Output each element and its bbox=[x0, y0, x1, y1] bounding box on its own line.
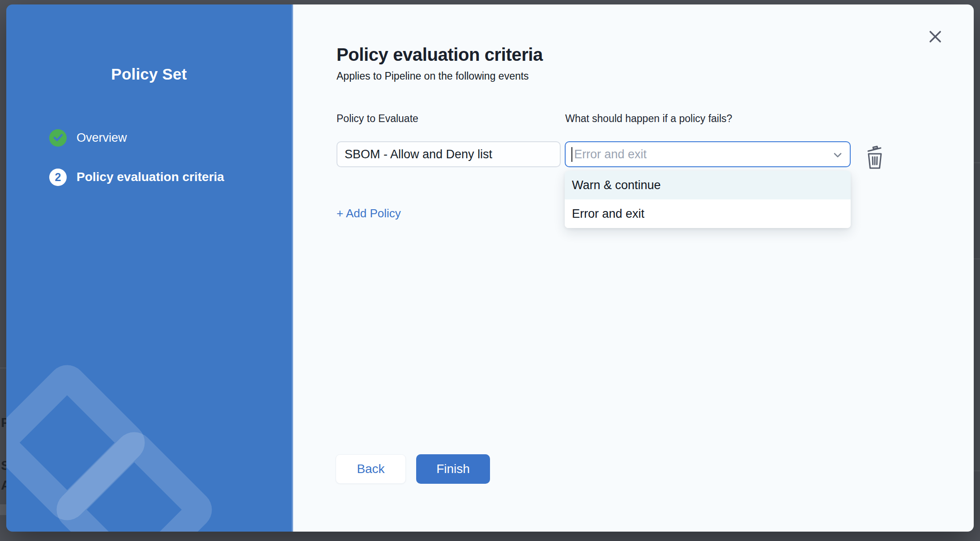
page-title: Policy evaluation criteria bbox=[337, 45, 543, 65]
back-button[interactable]: Back bbox=[336, 454, 406, 484]
wizard-title: Policy Set bbox=[6, 65, 292, 83]
close-icon[interactable] bbox=[929, 30, 942, 43]
page-subtitle: Applies to Pipeline on the following eve… bbox=[337, 70, 529, 82]
policy-fail-action-label: What should happen if a policy fails? bbox=[565, 113, 732, 125]
policy-fail-action-dropdown-menu: Warn & continue Error and exit bbox=[565, 171, 851, 228]
wizard-content-panel: Policy evaluation criteria Applies to Pi… bbox=[293, 4, 974, 532]
background-text-fragment: P bbox=[1, 415, 6, 430]
dropdown-option-error-exit[interactable]: Error and exit bbox=[565, 199, 851, 228]
add-policy-link[interactable]: + Add Policy bbox=[337, 207, 401, 220]
policy-to-evaluate-input[interactable]: SBOM - Allow and Deny list bbox=[337, 141, 561, 167]
policy-set-wizard-dialog: Policy Set Overview 2 Policy evaluation … bbox=[6, 4, 974, 532]
wizard-steps: Overview 2 Policy evaluation criteria bbox=[49, 129, 224, 207]
background-text-fragment: A bbox=[1, 478, 6, 493]
step-overview[interactable]: Overview bbox=[49, 129, 224, 147]
policy-to-evaluate-label: Policy to Evaluate bbox=[337, 113, 418, 125]
chevron-down-icon[interactable] bbox=[832, 150, 843, 162]
finish-button[interactable]: Finish bbox=[416, 454, 490, 484]
step-number-badge: 2 bbox=[49, 169, 67, 186]
background-band bbox=[0, 504, 6, 515]
text-cursor bbox=[571, 147, 572, 162]
policy-fail-action-select[interactable]: Error and exit bbox=[565, 141, 851, 167]
dropdown-option-warn-continue[interactable]: Warn & continue bbox=[565, 171, 851, 199]
step-label: Policy evaluation criteria bbox=[77, 170, 224, 184]
background-panel-edge bbox=[974, 258, 980, 259]
policy-to-evaluate-value: SBOM - Allow and Deny list bbox=[345, 148, 492, 161]
step-label: Overview bbox=[77, 131, 127, 145]
background-panel-edge bbox=[974, 470, 980, 471]
background-text-fragment: S bbox=[1, 458, 6, 473]
screen: { "overlay": { "background_fragments": {… bbox=[0, 0, 980, 541]
step-complete-check-icon bbox=[49, 129, 67, 147]
delete-policy-row-trash-icon[interactable] bbox=[866, 145, 884, 170]
step-policy-evaluation-criteria[interactable]: 2 Policy evaluation criteria bbox=[49, 168, 224, 186]
background-panel-edge bbox=[0, 368, 6, 368]
wizard-sidebar: Policy Set Overview 2 Policy evaluation … bbox=[6, 4, 293, 532]
select-placeholder: Error and exit bbox=[574, 148, 647, 161]
background-panel-edge bbox=[974, 162, 980, 163]
